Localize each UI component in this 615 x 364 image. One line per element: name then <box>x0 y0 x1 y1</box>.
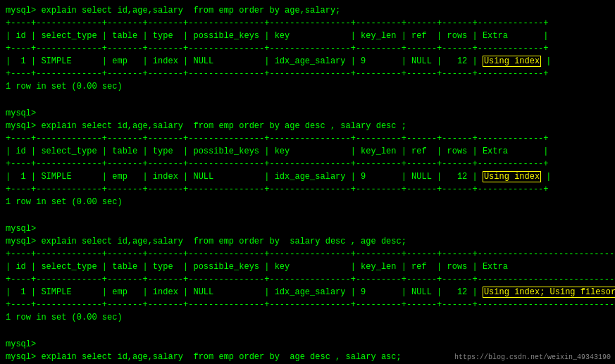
sep-2b: +----+-------------+-------+-------+----… <box>6 158 609 170</box>
prompt-line-2: mysql> explain select id,age,salary from… <box>6 120 609 132</box>
blank-2: mysql> <box>6 107 609 120</box>
result-3: 1 row in set (0.00 sec) <box>6 311 609 324</box>
sep-2a: +----+-------------+-------+-------+----… <box>6 132 609 145</box>
extra-highlight-3: Using index; Using filesort <box>483 287 615 298</box>
blank-3 <box>6 210 609 222</box>
prompt-line-1: mysql> explain select id,age,salary from… <box>6 4 609 17</box>
sep-3a: +----+-------------+-------+-------+----… <box>6 248 609 261</box>
extra-highlight-2: Using index <box>483 171 541 182</box>
extra-highlight-1: Using index <box>483 56 541 67</box>
data-row-2: | 1 | SIMPLE | emp | index | NULL | idx_… <box>6 170 609 183</box>
blank-6: mysql> <box>6 338 609 351</box>
blank-5 <box>6 325 609 338</box>
sep-3b: +----+-------------+-------+-------+----… <box>6 273 609 286</box>
result-1: 1 row in set (0.00 sec) <box>6 80 609 93</box>
sep-2c: +----+-------------+-------+-------+----… <box>6 183 609 196</box>
sep-1b: +----+-------------+-------+-------+----… <box>6 42 609 55</box>
sep-3c: +----+-------------+-------+-------+----… <box>6 299 609 311</box>
blank-1 <box>6 94 609 107</box>
header-3: | id | select_type | table | type | poss… <box>6 261 609 273</box>
result-2: 1 row in set (0.00 sec) <box>6 196 609 208</box>
query-block-2: mysql> explain select id,age,salary from… <box>6 120 609 208</box>
prompt-line-3: mysql> explain select id,age,salary from… <box>6 235 609 248</box>
header-1: | id | select_type | table | type | poss… <box>6 30 609 42</box>
query-block-1: mysql> explain select id,age,salary from… <box>6 4 609 93</box>
query-block-3: mysql> explain select id,age,salary from… <box>6 235 609 324</box>
sep-1c: +----+-------------+-------+-------+----… <box>6 68 609 80</box>
blank-4: mysql> <box>6 222 609 235</box>
sep-1a: +----+-------------+-------+-------+----… <box>6 17 609 30</box>
watermark: https://blog.csdn.net/weixin_49343190 <box>454 353 611 361</box>
header-2: | id | select_type | table | type | poss… <box>6 145 609 158</box>
data-row-3: | 1 | SIMPLE | emp | index | NULL | idx_… <box>6 286 609 299</box>
terminal: mysql> explain select id,age,salary from… <box>0 0 615 364</box>
data-row-1: | 1 | SIMPLE | emp | index | NULL | idx_… <box>6 55 609 68</box>
